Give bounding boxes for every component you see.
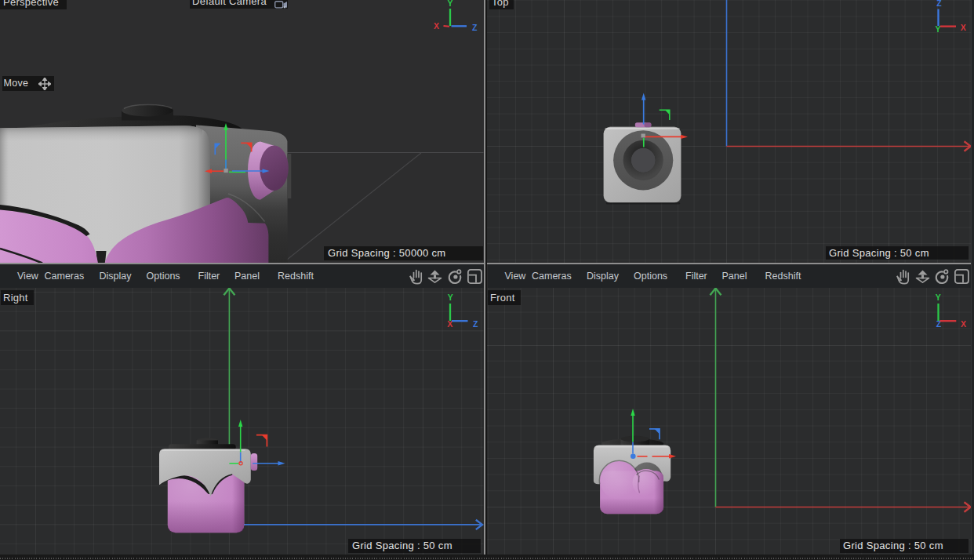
svg-text:X: X — [434, 21, 439, 31]
svg-text:Y: Y — [447, 0, 452, 8]
svg-text:X: X — [960, 318, 965, 328]
svg-text:Y: Y — [448, 293, 453, 302]
svg-text:Z: Z — [936, 0, 942, 8]
svg-text:Z: Z — [472, 23, 478, 32]
svg-text:Y: Y — [935, 293, 940, 302]
svg-text:X: X — [960, 23, 965, 32]
svg-text:Y: Y — [935, 24, 940, 34]
svg-text:Z: Z — [473, 319, 478, 329]
